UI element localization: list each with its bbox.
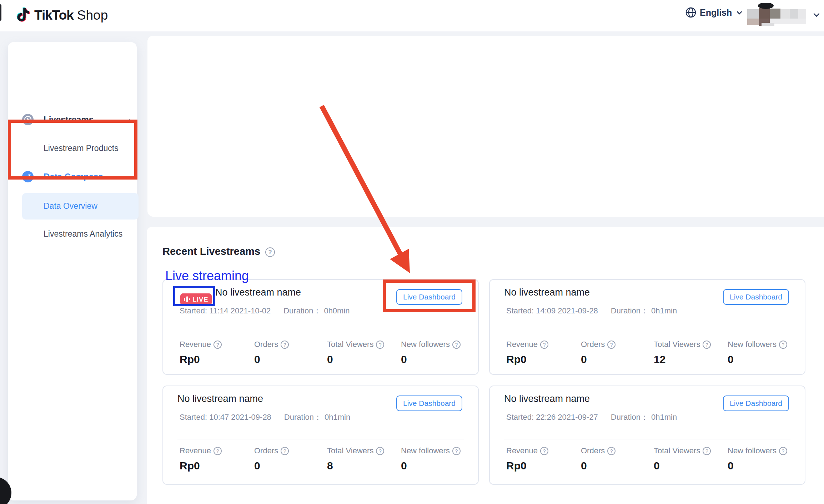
metric-orders: Orders? 0 [581,446,616,472]
help-icon[interactable]: ? [779,341,787,349]
help-icon[interactable]: ? [607,447,616,455]
metric-value: Rp0 [506,353,548,366]
language-selector[interactable]: English [685,6,744,19]
help-icon[interactable]: ? [281,341,289,349]
metric-new-followers: New followers? 0 [728,340,787,366]
metric-new-followers: New followers? 0 [728,446,787,472]
live-dashboard-button[interactable]: Live Dashboard [396,289,462,305]
live-dashboard-button[interactable]: Live Dashboard [396,395,462,411]
duration-value: 0h1min [651,306,677,315]
metric-total-viewers: Total Viewers? 12 [654,340,711,366]
help-icon[interactable]: ? [213,447,222,455]
started-text: Started: 22:26 2021-09-27 [506,413,598,422]
sidebar-item-livestream-products[interactable]: Livestream Products [8,137,137,160]
started-text: Started: 14:09 2021-09-28 [506,306,598,315]
metric-label: Revenue [506,446,538,455]
avatar-mosaic [747,3,806,26]
language-label: English [700,7,732,18]
metric-label: Orders [581,340,605,349]
help-icon[interactable]: ? [376,447,384,455]
metric-value: 0 [254,353,289,366]
help-icon[interactable]: ? [607,341,616,349]
duration-value: 0h1min [651,413,677,422]
metric-value: 0 [581,460,616,472]
metric-total-viewers: Total Viewers? 0 [327,340,384,366]
card-divider [504,333,790,333]
metric-value: 0 [401,353,461,366]
metric-value: 0 [728,353,787,366]
help-icon[interactable]: ? [281,447,289,455]
metric-value: Rp0 [180,353,222,366]
sidebar-item-data-overview-selected[interactable]: Data Overview [22,193,139,220]
duration-value: 0h0min [324,306,350,315]
globe-icon [685,6,697,19]
metric-value: 0 [581,353,616,366]
metric-label: Total Viewers [327,446,373,455]
metric-revenue: Revenue? Rp0 [506,446,548,472]
metric-value: 0 [254,460,289,472]
started-text: Started: 10:47 2021-09-28 [180,413,271,422]
help-icon[interactable]: ? [540,447,548,455]
metric-label: Total Viewers [654,340,700,349]
metric-label: Revenue [180,446,211,455]
top-header: TikTokShop English [0,0,824,31]
recent-livestreams-title: Recent Livestreams? [162,246,275,257]
metric-value: Rp0 [180,460,222,472]
sidebar-item-livestreams-analytics[interactable]: Livestreams Analytics [8,222,137,245]
metric-label: New followers [728,340,777,349]
chevron-up-icon [125,173,134,182]
chevron-up-icon [125,116,134,125]
account-chevron-down-icon[interactable] [811,9,822,20]
sidebar-item-label: Livestreams [44,115,94,125]
help-icon[interactable]: ? [779,447,787,455]
livestream-name: No livestream name [504,393,590,404]
live-dashboard-button[interactable]: Live Dashboard [723,395,789,411]
help-icon[interactable]: ? [265,247,275,257]
sidebar-item-label: Data Compass [44,172,103,182]
metric-value: 0 [327,353,384,366]
help-icon[interactable]: ? [452,447,461,455]
livestream-meta: Started: 11:14 2021-10-02Duration：0h0min [180,306,350,316]
livestream-meta: Started: 10:47 2021-09-28Duration：0h1min [180,412,350,423]
edge-widget-sliver [0,4,1,21]
sidebar-item-livestreams[interactable]: Livestreams [8,108,137,131]
sidebar-item-label: Livestream Products [44,143,119,153]
metric-orders: Orders? 0 [254,340,289,366]
metric-revenue: Revenue? Rp0 [180,340,222,366]
tiktok-shop-logo[interactable]: TikTokShop [16,7,108,24]
metric-label: Orders [581,446,605,455]
metric-new-followers: New followers? 0 [401,446,461,472]
live-badge: LIVE [180,293,212,305]
metric-label: Orders [254,340,278,349]
help-icon[interactable]: ? [376,341,384,349]
help-icon[interactable]: ? [703,341,711,349]
tiktok-shop-data-overview-page: TikTokShop English [0,0,824,504]
metric-value: 0 [654,460,711,472]
duration-label: Duration： [283,306,321,315]
metric-label: New followers [728,446,777,455]
sidebar-item-label: Data Overview [44,201,97,211]
metric-total-viewers: Total Viewers? 8 [327,446,384,472]
help-icon[interactable]: ? [540,341,548,349]
livestream-meta: Started: 14:09 2021-09-28Duration：0h1min [506,306,677,316]
logo-text-shop: Shop [77,8,108,22]
metric-value: 8 [327,460,384,472]
livestream-name: No livestream name [215,287,301,298]
help-icon[interactable]: ? [452,341,461,349]
metric-value: 12 [654,353,711,366]
help-icon[interactable]: ? [703,447,711,455]
duration-value: 0h1min [325,413,350,422]
livestream-card: No livestream name Started: 10:47 2021-0… [162,385,479,485]
language-chevron-down-icon [735,8,744,17]
help-icon[interactable]: ? [213,341,222,349]
logo-text-tiktok: TikTok [34,8,74,22]
card-divider [177,439,464,439]
live-dashboard-button[interactable]: Live Dashboard [723,289,789,305]
duration-label: Duration： [611,306,648,315]
metric-label: Total Viewers [327,340,373,349]
metric-orders: Orders? 0 [254,446,289,472]
account-avatar-blurred[interactable] [747,3,806,26]
metric-label: Total Viewers [654,446,700,455]
metric-revenue: Revenue? Rp0 [180,446,222,472]
sidebar-item-data-compass[interactable]: Data Compass [8,165,137,188]
